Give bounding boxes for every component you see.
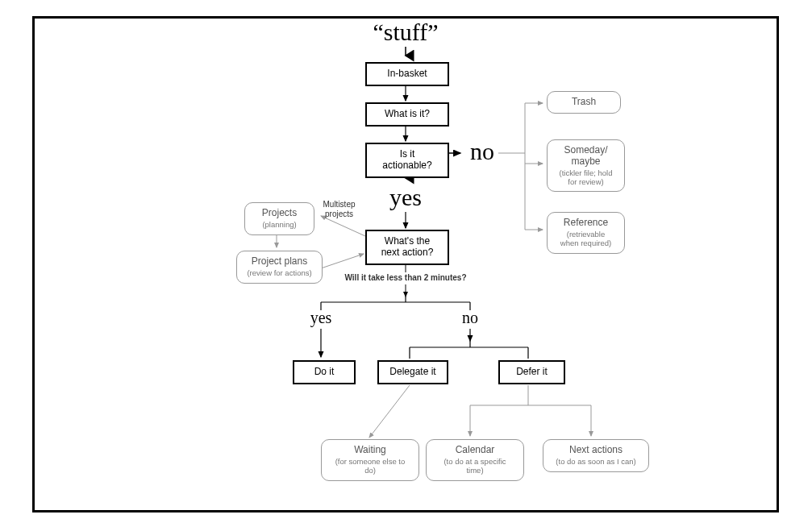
svg-line-10 bbox=[321, 254, 364, 268]
box-trash-title: Trash bbox=[572, 97, 596, 108]
branch-no-2-label: no bbox=[462, 309, 478, 327]
label-multistep-text: Multistep projects bbox=[323, 200, 355, 218]
question-under-2-min-text: Will it take less than 2 minutes? bbox=[344, 273, 466, 283]
box-do-it: Do it bbox=[293, 360, 356, 384]
branch-yes-2: yes bbox=[305, 309, 337, 327]
box-project-plans-title: Project plans bbox=[252, 256, 307, 268]
box-project-plans-sub: (review for actions) bbox=[247, 269, 311, 278]
box-next-actions-title: Next actions bbox=[569, 445, 623, 456]
branch-yes-2-label: yes bbox=[310, 309, 332, 327]
title-stuff: “stuff” bbox=[357, 19, 454, 47]
box-waiting-title: Waiting bbox=[354, 445, 386, 456]
question-under-2-min: Will it take less than 2 minutes? bbox=[341, 273, 470, 283]
box-next-actions-sub: (to do as soon as I can) bbox=[556, 458, 635, 467]
label-multistep: Multistep projects bbox=[317, 200, 361, 218]
box-delegate: Delegate it bbox=[377, 360, 448, 384]
box-waiting-sub: (for someone else to do) bbox=[330, 458, 410, 475]
box-someday-sub: (tickler file; hold for review) bbox=[560, 169, 613, 187]
box-reference-sub: (retrievable when required) bbox=[560, 230, 611, 248]
box-projects: Projects (planning) bbox=[244, 202, 314, 235]
box-reference: Reference (retrievable when required) bbox=[547, 212, 625, 254]
box-someday-title: Someday/ maybe bbox=[564, 145, 607, 168]
diagram-frame: “stuff” In-basket What is it? Is it acti… bbox=[32, 16, 779, 512]
box-next-action-label: What's the next action? bbox=[381, 236, 434, 259]
box-what-is-it: What is it? bbox=[365, 102, 449, 127]
svg-line-24 bbox=[369, 385, 410, 438]
box-projects-title: Projects bbox=[262, 208, 297, 219]
box-calendar-title: Calendar bbox=[456, 445, 495, 456]
box-someday: Someday/ maybe (tickler file; hold for r… bbox=[547, 139, 625, 192]
box-what-is-it-label: What is it? bbox=[385, 109, 430, 120]
box-in-basket: In-basket bbox=[365, 62, 449, 86]
title-text: “stuff” bbox=[373, 19, 438, 47]
box-defer-label: Defer it bbox=[516, 367, 548, 378]
box-trash: Trash bbox=[547, 91, 621, 114]
box-reference-title: Reference bbox=[564, 218, 608, 229]
box-next-actions: Next actions (to do as soon as I can) bbox=[543, 439, 649, 472]
box-is-actionable-label: Is it actionable? bbox=[377, 149, 438, 172]
branch-yes: yes bbox=[381, 184, 430, 212]
box-waiting: Waiting (for someone else to do) bbox=[321, 439, 419, 481]
branch-yes-label: yes bbox=[389, 184, 422, 212]
box-defer: Defer it bbox=[498, 360, 565, 384]
branch-no-2: no bbox=[454, 309, 486, 327]
box-project-plans: Project plans (review for actions) bbox=[236, 251, 323, 284]
box-calendar-sub: (to do at a specific time) bbox=[435, 458, 515, 475]
svg-line-9 bbox=[321, 216, 365, 236]
box-projects-sub: (planning) bbox=[262, 221, 296, 230]
branch-no-label: no bbox=[470, 138, 494, 166]
box-do-it-label: Do it bbox=[314, 367, 335, 378]
box-in-basket-label: In-basket bbox=[387, 68, 427, 80]
box-next-action: What's the next action? bbox=[365, 230, 449, 265]
box-calendar: Calendar (to do at a specific time) bbox=[426, 439, 524, 481]
box-is-actionable: Is it actionable? bbox=[365, 143, 449, 178]
branch-no: no bbox=[462, 138, 502, 166]
box-delegate-label: Delegate it bbox=[389, 367, 435, 378]
